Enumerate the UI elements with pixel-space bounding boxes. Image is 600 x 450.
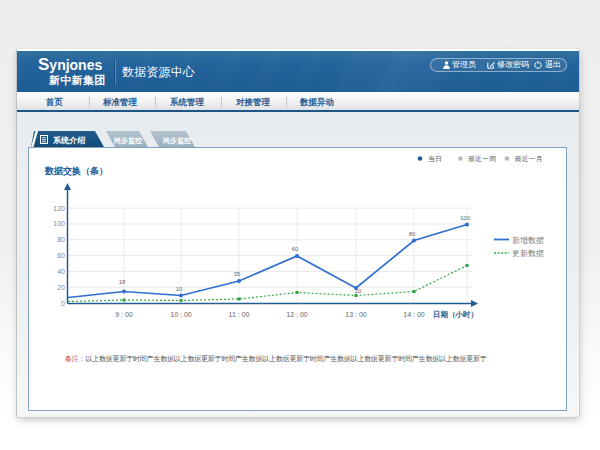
svg-text:新增数据: 新增数据: [512, 236, 544, 245]
svg-text:80: 80: [57, 236, 65, 243]
svg-text:9 : 00: 9 : 00: [115, 311, 133, 318]
svg-text:日期（小时）: 日期（小时）: [433, 310, 478, 319]
svg-text:20: 20: [57, 284, 65, 291]
svg-text:10: 10: [176, 286, 183, 292]
svg-text:0: 0: [61, 300, 65, 307]
svg-text:数据交换（条）: 数据交换（条）: [44, 166, 108, 176]
svg-text:更新数据: 更新数据: [512, 249, 544, 258]
svg-text:100: 100: [460, 215, 471, 221]
svg-text:60: 60: [292, 246, 299, 252]
svg-text:最近一周: 最近一周: [468, 155, 496, 162]
svg-text:10 : 00: 10 : 00: [170, 311, 192, 318]
svg-text:12 : 00: 12 : 00: [286, 311, 308, 318]
svg-text:18: 18: [119, 279, 126, 285]
svg-text:40: 40: [57, 268, 65, 275]
svg-text:120: 120: [53, 205, 65, 212]
svg-text:80: 80: [409, 231, 416, 237]
svg-text:当日: 当日: [428, 155, 442, 163]
svg-text:11 : 00: 11 : 00: [229, 311, 250, 318]
svg-text:最近一月: 最近一月: [515, 155, 543, 163]
svg-text:13 : 00: 13 : 00: [345, 311, 367, 318]
svg-text:100: 100: [53, 220, 65, 227]
svg-text:14 : 00: 14 : 00: [403, 311, 425, 318]
svg-text:60: 60: [57, 252, 65, 259]
svg-text:35: 35: [234, 271, 241, 277]
svg-text:10: 10: [355, 288, 362, 294]
